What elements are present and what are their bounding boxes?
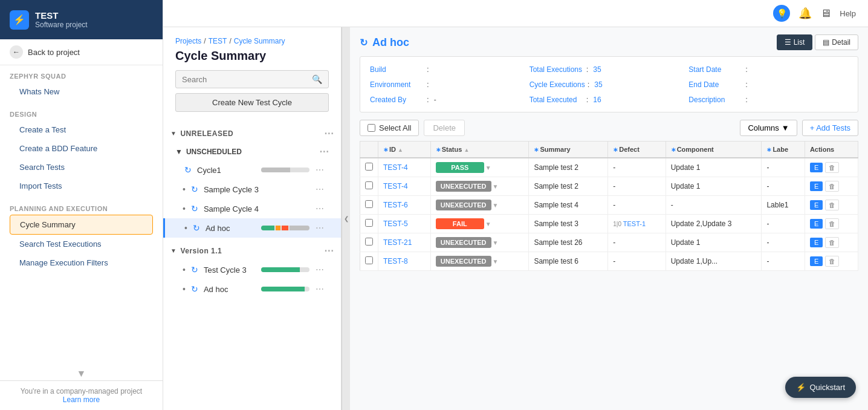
sidebar-item-manage-filters[interactable]: Manage Execution Filters (10, 253, 153, 272)
cycle-dots-menu[interactable]: ⋯ (313, 164, 326, 176)
status-dropdown-icon[interactable]: ▼ (485, 164, 491, 171)
version-chevron[interactable]: ▼ (170, 247, 177, 254)
status-dropdown-icon[interactable]: ▼ (493, 239, 499, 246)
row-summary-cell: Sample test 3 (529, 215, 608, 233)
created-by-value: - (434, 96, 436, 104)
sidebar-item-create-test[interactable]: Create a Test (10, 120, 153, 139)
meta-total-exec: Total Executions : 35 (530, 63, 689, 76)
delete-row-button[interactable]: 🗑 (825, 256, 839, 267)
cycle-dots-menu[interactable]: ⋯ (313, 283, 326, 295)
edit-button[interactable]: E (810, 163, 823, 172)
test-id-link[interactable]: TEST-8 (383, 257, 408, 265)
sidebar-item-import-tests[interactable]: Import Tests (10, 177, 153, 195)
add-tests-button[interactable]: + Add Tests (802, 120, 858, 136)
test-id-link[interactable]: TEST-6 (383, 201, 408, 209)
test-id-link[interactable]: TEST-4 (383, 163, 408, 172)
row-checkbox[interactable] (365, 163, 373, 171)
cycle-item-sample4[interactable]: • ↻ Sample Cycle 4 ⋯ (163, 199, 341, 218)
cycle-dots-menu[interactable]: ⋯ (313, 222, 326, 234)
test-id-link[interactable]: TEST-21 (383, 238, 412, 247)
scroll-down-button[interactable]: ▼ (0, 367, 163, 380)
edit-button[interactable]: E (810, 256, 823, 266)
row-checkbox[interactable] (365, 181, 373, 189)
edit-button[interactable]: E (810, 219, 823, 229)
learn-more-link[interactable]: Learn more (63, 395, 100, 404)
unscheduled-chevron[interactable]: ▼ (175, 148, 183, 156)
row-checkbox[interactable] (365, 256, 373, 264)
breadcrumb-test[interactable]: TEST (209, 37, 227, 45)
columns-button[interactable]: Columns ▼ (740, 120, 797, 136)
cycle-dots-menu[interactable]: ⋯ (313, 203, 326, 215)
test-id-link[interactable]: TEST-4 (383, 182, 408, 190)
delete-row-button[interactable]: 🗑 (825, 162, 839, 173)
version-dots-menu[interactable]: ⋯ (324, 245, 334, 256)
list-view-button[interactable]: ☰ List (777, 34, 813, 50)
row-label: - (766, 257, 769, 265)
row-status-cell: UNEXECUTED ▼ (430, 177, 529, 196)
sidebar-item-search-tests[interactable]: Search Tests (10, 158, 153, 177)
row-label: - (766, 220, 769, 228)
collapse-panel-tab[interactable]: ❮ (342, 27, 350, 410)
unreleased-chevron[interactable]: ▼ (170, 130, 177, 137)
row-checkbox[interactable] (365, 200, 373, 208)
status-dropdown-icon[interactable]: ▼ (493, 258, 499, 265)
cycle-dots-menu[interactable]: ⋯ (313, 183, 326, 195)
delete-row-button[interactable]: 🗑 (825, 200, 839, 210)
unscheduled-dots-menu[interactable]: ⋯ (319, 146, 329, 157)
status-dropdown-icon[interactable]: ▼ (493, 202, 499, 209)
detail-view-button[interactable]: ▤ Detail (815, 34, 858, 50)
bullet-icon: • (183, 184, 186, 194)
sidebar-item-search-executions[interactable]: Search Test Executions (10, 235, 153, 253)
lightbulb-icon[interactable]: 💡 (773, 5, 790, 22)
cycle-item-test-cycle3[interactable]: • ↻ Test Cycle 3 ⋯ (163, 260, 341, 279)
row-checkbox[interactable] (365, 238, 373, 246)
defect-link[interactable]: TEST-1 (623, 220, 646, 227)
bell-icon[interactable]: 🔔 (798, 7, 812, 20)
cycle-item-cycle1[interactable]: ↻ Cycle1 ⋯ (163, 160, 341, 180)
right-table-actions: Columns ▼ + Add Tests (740, 120, 858, 136)
sidebar-item-create-bdd[interactable]: Create a BDD Feature (10, 139, 153, 158)
row-summary: Sample test 3 (534, 220, 578, 228)
test-id-link[interactable]: TEST-5 (383, 220, 408, 228)
delete-row-button[interactable]: 🗑 (825, 181, 839, 192)
th-actions: Actions (805, 142, 858, 158)
sidebar-item-whats-new[interactable]: Whats New (10, 82, 153, 101)
row-defect-cell: - (608, 196, 666, 215)
unreleased-dots-menu[interactable]: ⋯ (324, 128, 334, 139)
back-arrow-icon: ← (10, 45, 23, 59)
edit-button[interactable]: E (810, 181, 823, 191)
select-all-checkbox[interactable] (368, 124, 375, 132)
status-dropdown-icon[interactable]: ▼ (485, 221, 491, 227)
breadcrumb-cycle-summary[interactable]: Cycle Summary (234, 37, 285, 45)
sidebar-item-cycle-summary[interactable]: Cycle Summary (10, 215, 153, 235)
cycle-item-adhoc[interactable]: • ↻ Ad hoc ⋯ (163, 218, 341, 238)
delete-button[interactable]: Delete (424, 120, 465, 136)
sidebar-bottom: You're in a company-managed project Lear… (0, 380, 163, 410)
page-title: Cycle Summary (175, 49, 329, 63)
cycle-icon: ↻ (189, 265, 200, 275)
cycle-dots-menu[interactable]: ⋯ (313, 264, 326, 276)
th-defect: ∗Defect (608, 142, 666, 158)
search-input[interactable] (182, 75, 312, 84)
screen-icon[interactable]: 🖥 (820, 7, 831, 20)
help-label[interactable]: Help (840, 9, 856, 18)
cycle-item-adhoc2[interactable]: • ↻ Ad hoc ⋯ (163, 279, 341, 299)
select-all-button[interactable]: Select All (360, 120, 419, 136)
status-dropdown-icon[interactable]: ▼ (493, 183, 499, 190)
row-label-cell: - (762, 177, 805, 196)
breadcrumb-projects[interactable]: Projects (175, 37, 201, 45)
scroll-down-arrow-icon[interactable]: ▼ (77, 368, 86, 379)
delete-row-button[interactable]: 🗑 (825, 237, 839, 248)
delete-row-button[interactable]: 🗑 (825, 218, 839, 229)
cycle-item-sample3[interactable]: • ↻ Sample Cycle 3 ⋯ (163, 180, 341, 199)
create-new-test-cycle-button[interactable]: Create New Test Cycle (175, 93, 329, 112)
status-badge: UNEXECUTED (436, 256, 491, 267)
meta-description: Description : (688, 93, 848, 106)
meta-environment: Environment : (370, 78, 530, 91)
row-checkbox[interactable] (365, 219, 373, 227)
back-to-project-button[interactable]: ← Back to project (0, 39, 163, 65)
row-label-cell: - (762, 158, 805, 177)
quickstart-button[interactable]: ⚡ Quickstart (785, 377, 856, 398)
edit-button[interactable]: E (810, 200, 823, 210)
edit-button[interactable]: E (810, 238, 823, 247)
